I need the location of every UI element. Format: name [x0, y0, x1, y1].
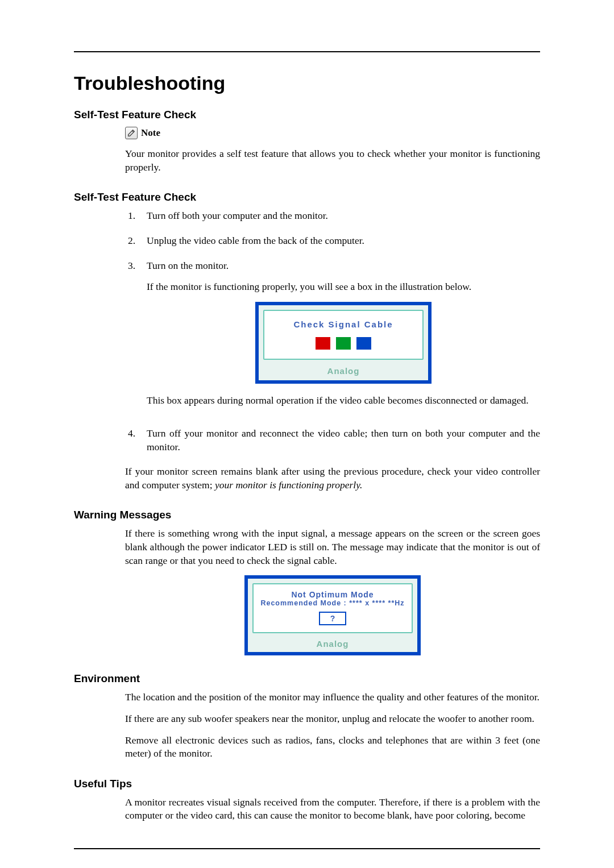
selftest1-content: Note Your monitor provides a self test f…: [125, 127, 540, 174]
item-number: 1.: [125, 209, 135, 223]
blue-square-icon: [356, 337, 371, 350]
item-content: Turn off your monitor and reconnect the …: [147, 427, 540, 454]
warning-content: If there is something wrong with the inp…: [125, 527, 540, 655]
heading-tips: Useful Tips: [74, 778, 540, 790]
heading-selftest-2: Self-Test Feature Check: [74, 191, 540, 203]
item-p: This box appears during normal operation…: [147, 394, 540, 408]
recommended-mode-text: Recommended Mode : **** x **** **Hz: [254, 599, 412, 607]
monitor-footer: Analog: [248, 637, 417, 652]
page-title: Troubleshooting: [74, 72, 540, 94]
warning-body: If there is something wrong with the inp…: [125, 527, 540, 567]
list-item: 1. Turn off both your computer and the m…: [125, 209, 540, 223]
heading-environment: Environment: [74, 672, 540, 685]
question-box: ?: [319, 612, 346, 625]
environment-content: The location and the position of the mon…: [125, 691, 540, 761]
item-content: Unplug the video cable from the back of …: [147, 234, 540, 248]
note-label: Note: [141, 127, 160, 139]
pencil-note-icon: [125, 127, 138, 139]
heading-selftest-1: Self-Test Feature Check: [74, 109, 540, 121]
closing-b: your monitor is functioning properly.: [215, 479, 362, 491]
item-number: 3.: [125, 259, 135, 416]
rgb-row: [264, 337, 422, 350]
item-number: 4.: [125, 427, 135, 454]
item-content: Turn off both your computer and the moni…: [147, 209, 540, 223]
env-p2: If there are any sub woofer speakers nea…: [125, 712, 540, 726]
env-p1: The location and the position of the mon…: [125, 691, 540, 704]
monitor-illustration-1: Check Signal Cable Analog: [147, 302, 540, 384]
item-p: Turn on the monitor.: [147, 259, 540, 273]
item-content: Turn on the monitor. If the monitor is f…: [147, 259, 540, 416]
tips-p1: A monitor recreates visual signals recei…: [125, 796, 540, 823]
note-body: Your monitor provides a self test featur…: [125, 147, 540, 174]
list-item: 2. Unplug the video cable from the back …: [125, 234, 540, 248]
item-p: If the monitor is functioning properly, …: [147, 280, 540, 294]
monitor-box: Not Optimum Mode Recommended Mode : ****…: [244, 575, 421, 655]
not-optimum-text: Not Optimum Mode: [254, 590, 412, 599]
tips-content: A monitor recreates visual signals recei…: [125, 796, 540, 823]
top-rule: [74, 51, 540, 52]
monitor-box: Check Signal Cable Analog: [255, 302, 432, 384]
item-number: 2.: [125, 234, 135, 248]
bottom-rule: [74, 848, 540, 849]
green-square-icon: [336, 337, 351, 350]
list-item: 3. Turn on the monitor. If the monitor i…: [125, 259, 540, 416]
check-signal-text: Check Signal Cable: [264, 319, 422, 330]
list-item: 4. Turn off your monitor and reconnect t…: [125, 427, 540, 454]
red-square-icon: [316, 337, 330, 350]
note-row: Note: [125, 127, 540, 139]
monitor-footer: Analog: [259, 363, 428, 380]
closing-text: If your monitor screen remains blank aft…: [125, 465, 540, 492]
env-p3: Remove all electronic devices such as ra…: [125, 734, 540, 761]
monitor-inner: Check Signal Cable: [263, 310, 424, 360]
monitor-illustration-2: Not Optimum Mode Recommended Mode : ****…: [125, 575, 540, 655]
selftest2-content: 1. Turn off both your computer and the m…: [125, 209, 540, 492]
heading-warning: Warning Messages: [74, 509, 540, 521]
monitor-inner: Not Optimum Mode Recommended Mode : ****…: [252, 583, 413, 633]
